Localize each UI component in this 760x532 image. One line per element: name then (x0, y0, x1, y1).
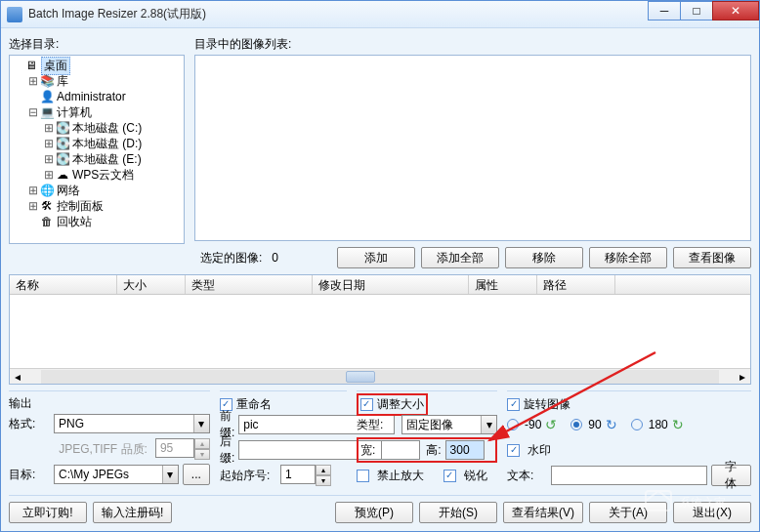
close-button[interactable]: ✕ (712, 1, 759, 20)
start-button[interactable]: 开始(S) (419, 502, 497, 523)
target-label: 目标: (9, 467, 50, 483)
rotate-ccw-icon: ↺ (545, 417, 557, 432)
rotate-cw-icon: ↻ (606, 417, 617, 432)
about-button[interactable]: 关于(A) (589, 502, 667, 523)
chevron-down-icon[interactable]: ▾ (193, 415, 209, 432)
tree-item[interactable]: ⊟💻计算机 (10, 104, 184, 120)
rot-180-radio[interactable] (631, 419, 643, 430)
format-combo[interactable]: PNG ▾ (54, 414, 210, 433)
exit-button[interactable]: 退出(X) (673, 502, 751, 523)
resize-type-combo[interactable]: 固定图像 ▾ (401, 415, 497, 434)
tree-item[interactable]: 🗑回收站 (10, 214, 184, 229)
tree-item[interactable]: 🖥桌面 (10, 58, 184, 73)
chevron-down-icon[interactable]: ▾ (162, 466, 178, 483)
remove-all-button[interactable]: 移除全部 (589, 247, 667, 268)
resize-checkbox[interactable] (360, 398, 373, 411)
watermark-checkbox[interactable] (507, 444, 520, 457)
quality-input (155, 438, 194, 458)
titlebar[interactable]: Batch Image Resizer 2.88(试用版) ─ □ ✕ (1, 1, 759, 28)
app-window: Batch Image Resizer 2.88(试用版) ─ □ ✕ 选择目录… (0, 0, 760, 532)
remove-button[interactable]: 移除 (505, 247, 583, 268)
tree-item[interactable]: ⊞☁WPS云文档 (10, 167, 184, 183)
rotate-checkbox[interactable] (507, 398, 520, 411)
image-list[interactable] (194, 55, 751, 241)
tree-item[interactable]: ⊞💽本地磁盘 (C:) (10, 120, 184, 136)
tree-item[interactable]: ⊞🌐网络 (10, 183, 184, 198)
column-header[interactable]: 类型 (186, 275, 313, 294)
tree-item[interactable]: 👤Administrator (10, 89, 184, 104)
tree-item[interactable]: ⊞🛠控制面板 (10, 198, 184, 214)
tree-label: 选择目录: (9, 36, 185, 53)
horizontal-scrollbar[interactable]: ◂ ▸ (10, 368, 750, 384)
app-icon (7, 7, 22, 22)
selected-count: 0 (272, 251, 278, 265)
tree-item[interactable]: ⊞💽本地磁盘 (D:) (10, 136, 184, 151)
add-button[interactable]: 添加 (337, 247, 415, 268)
order-button[interactable]: 立即订购! (9, 502, 87, 523)
height-input[interactable] (445, 440, 485, 460)
font-button[interactable]: 字体 (711, 465, 751, 486)
width-input[interactable] (381, 440, 420, 460)
noenlarge-checkbox[interactable] (357, 470, 369, 482)
column-header[interactable]: 属性 (469, 275, 537, 294)
regcode-button[interactable]: 输入注册码! (93, 502, 172, 523)
directory-tree[interactable]: 🖥桌面⊞📚库👤Administrator⊟💻计算机⊞💽本地磁盘 (C:)⊞💽本地… (9, 55, 185, 244)
window-title: Batch Image Resizer 2.88(试用版) (28, 6, 206, 22)
browse-button[interactable]: ... (183, 464, 210, 485)
minimize-button[interactable]: ─ (648, 1, 681, 20)
add-all-button[interactable]: 添加全部 (421, 247, 499, 268)
column-header[interactable]: 大小 (117, 275, 186, 294)
file-list[interactable]: 名称大小类型修改日期属性路径 ◂ ▸ (9, 274, 751, 385)
imagelist-label: 目录中的图像列表: (194, 36, 751, 53)
preview-button[interactable]: 预览(P) (335, 502, 413, 523)
rot-p90-radio[interactable] (570, 419, 582, 430)
column-header[interactable]: 路径 (537, 275, 615, 294)
scroll-thumb[interactable] (346, 371, 375, 383)
watermark-text-input[interactable] (551, 466, 707, 485)
maximize-button[interactable]: □ (680, 1, 713, 20)
format-label: 格式: (9, 416, 50, 432)
startno-input[interactable] (280, 465, 316, 484)
output-title: 输出 (9, 395, 210, 412)
selected-label: 选定的图像: (200, 250, 262, 266)
rotate-180-icon: ↻ (672, 417, 684, 432)
chevron-down-icon[interactable]: ▾ (481, 416, 496, 433)
sharpen-checkbox[interactable] (443, 470, 456, 482)
target-combo[interactable]: C:\My JPEGs ▾ (54, 465, 179, 484)
tree-item[interactable]: ⊞📚库 (10, 73, 184, 89)
quality-label: JPEG,TIFF 品质: (9, 441, 151, 458)
tree-item[interactable]: ⊞💽本地磁盘 (E:) (10, 151, 184, 167)
view-image-button[interactable]: 查看图像 (673, 247, 751, 268)
column-header[interactable]: 修改日期 (313, 275, 469, 294)
viewresult-button[interactable]: 查看结果(V) (503, 502, 583, 523)
column-header[interactable]: 名称 (10, 275, 117, 294)
rot-m90-radio[interactable] (507, 419, 519, 430)
